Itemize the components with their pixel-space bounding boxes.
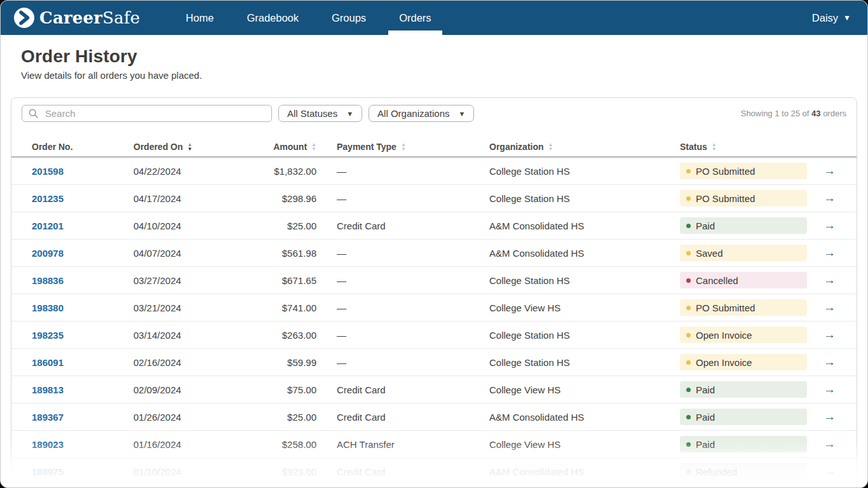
- results-total: 43: [811, 109, 820, 118]
- order-number-link[interactable]: 201235: [32, 193, 64, 204]
- payment-type-cell: —: [316, 330, 479, 341]
- status-filter-dropdown[interactable]: All Statuses ▼: [278, 105, 362, 122]
- order-number-link[interactable]: 189813: [32, 384, 64, 395]
- column-header-amount[interactable]: Amount▲▼: [225, 142, 316, 152]
- ordered-on-cell: 04/17/2024: [123, 193, 225, 204]
- status-label: Open Invoice: [696, 330, 752, 341]
- payment-type-cell: Credit Card: [316, 384, 479, 395]
- payment-type-cell: —: [316, 302, 479, 313]
- ordered-on-cell: 03/27/2024: [123, 275, 225, 286]
- view-order-arrow-icon[interactable]: →: [824, 328, 836, 341]
- order-no-cell: 201201: [22, 220, 123, 231]
- organization-cell: College Station HS: [479, 330, 670, 341]
- status-dot-icon: [686, 442, 691, 447]
- view-order-arrow-icon[interactable]: →: [824, 464, 836, 478]
- table-row: 18902301/16/2024$258.00ACH TransferColle…: [11, 431, 857, 458]
- amount-cell: $25.00: [225, 220, 316, 231]
- payment-type-cell: —: [316, 193, 479, 204]
- view-order-arrow-icon[interactable]: →: [824, 301, 836, 314]
- payment-type-cell: ACH Transfer: [316, 439, 479, 450]
- chevron-down-icon: ▼: [346, 110, 353, 118]
- nav-item-groups[interactable]: Groups: [315, 1, 383, 35]
- order-number-link[interactable]: 198235: [32, 330, 64, 341]
- actions-cell: →: [807, 164, 857, 178]
- table-row: 20123504/17/2024$298.96—College Station …: [11, 185, 857, 212]
- actions-cell: →: [807, 355, 857, 369]
- top-navbar: CareerSafe HomeGradebookGroupsOrders Dai…: [1, 1, 867, 35]
- status-cell: Refunded: [670, 463, 807, 480]
- table-row: 19823503/14/2024$263.00—College Station …: [11, 322, 857, 349]
- order-no-cell: 198235: [22, 330, 123, 341]
- view-order-arrow-icon[interactable]: →: [824, 437, 836, 451]
- status-badge: PO Submitted: [680, 190, 807, 207]
- view-order-arrow-icon[interactable]: →: [824, 164, 836, 177]
- table-row: 18936701/26/2024$25.00Credit CardA&M Con…: [11, 403, 857, 431]
- view-order-arrow-icon[interactable]: →: [824, 219, 836, 232]
- view-order-arrow-icon[interactable]: →: [824, 410, 836, 423]
- actions-cell: →: [807, 219, 857, 233]
- order-number-link[interactable]: 188975: [32, 466, 64, 477]
- nav-item-home[interactable]: Home: [169, 1, 230, 35]
- amount-cell: $741.00: [225, 302, 316, 313]
- amount-cell: $1,832.00: [225, 166, 316, 177]
- payment-type-cell: —: [316, 357, 479, 368]
- status-cell: Open Invoice: [670, 354, 807, 370]
- status-dot-icon: [686, 388, 691, 392]
- status-dot-icon: [686, 196, 691, 201]
- page-title: Order History: [21, 46, 847, 67]
- organization-cell: A&M Consolidated HS: [479, 466, 670, 477]
- organization-filter-value: All Organizations: [377, 108, 449, 119]
- status-label: Paid: [696, 439, 715, 450]
- user-menu-button[interactable]: Daisy ▼: [812, 12, 867, 24]
- status-label: Paid: [696, 384, 715, 395]
- nav-item-orders[interactable]: Orders: [383, 1, 447, 35]
- table-body: 20159804/22/2024$1,832.00—College Statio…: [11, 158, 857, 485]
- actions-cell: →: [807, 273, 857, 287]
- column-header-ordered-on[interactable]: Ordered On▲▼: [123, 142, 225, 152]
- status-label: PO Submitted: [696, 193, 755, 204]
- order-number-link[interactable]: 189367: [32, 412, 64, 423]
- order-number-link[interactable]: 189023: [32, 439, 64, 450]
- order-number-link[interactable]: 201201: [32, 220, 64, 231]
- ordered-on-cell: 04/10/2024: [123, 220, 225, 231]
- results-summary: Showing 1 to 25 of 43 orders: [741, 109, 846, 118]
- column-header-payment-type[interactable]: Payment Type▲▼: [316, 142, 479, 152]
- amount-cell: $561.98: [225, 248, 316, 259]
- status-badge: Open Invoice: [680, 354, 807, 370]
- table-row: 18897501/10/2024$923.00Credit CardA&M Co…: [11, 458, 857, 485]
- status-label: Refunded: [696, 466, 737, 477]
- filter-bar: All Statuses ▼ All Organizations ▼ Showi…: [11, 98, 857, 122]
- order-number-link[interactable]: 186091: [32, 357, 64, 368]
- status-badge: PO Submitted: [680, 163, 807, 179]
- app-window: CareerSafe HomeGradebookGroupsOrders Dai…: [0, 0, 868, 488]
- view-order-arrow-icon[interactable]: →: [824, 246, 836, 259]
- column-label: Organization: [489, 142, 544, 152]
- view-order-arrow-icon[interactable]: →: [824, 191, 836, 205]
- careersafe-logo[interactable]: CareerSafe: [13, 7, 140, 29]
- column-header-status[interactable]: Status▲▼: [670, 142, 807, 152]
- ordered-on-cell: 04/07/2024: [123, 248, 225, 259]
- status-badge: Open Invoice: [680, 327, 807, 343]
- sort-icon: ▲▼: [311, 142, 316, 151]
- status-dot-icon: [686, 169, 691, 173]
- view-order-arrow-icon[interactable]: →: [824, 355, 836, 369]
- column-label: Ordered On: [133, 142, 183, 152]
- nav-item-gradebook[interactable]: Gradebook: [230, 1, 315, 35]
- order-number-link[interactable]: 198380: [32, 302, 64, 313]
- search-icon: [29, 109, 38, 118]
- order-number-link[interactable]: 200978: [32, 248, 64, 259]
- ordered-on-cell: 01/26/2024: [123, 412, 225, 423]
- orders-table: Order No.Ordered On▲▼Amount▲▼Payment Typ…: [11, 137, 857, 485]
- status-cell: Paid: [670, 436, 807, 452]
- order-number-link[interactable]: 198836: [32, 275, 64, 286]
- organization-filter-dropdown[interactable]: All Organizations ▼: [369, 105, 474, 122]
- search-input[interactable]: [22, 105, 272, 122]
- payment-type-cell: Credit Card: [316, 466, 479, 477]
- status-badge: Cancelled: [680, 272, 807, 288]
- column-header-organization[interactable]: Organization▲▼: [479, 142, 670, 152]
- status-dot-icon: [686, 306, 691, 310]
- order-number-link[interactable]: 201598: [32, 166, 64, 177]
- view-order-arrow-icon[interactable]: →: [824, 273, 836, 287]
- view-order-arrow-icon[interactable]: →: [824, 383, 836, 396]
- status-badge: Paid: [680, 381, 807, 398]
